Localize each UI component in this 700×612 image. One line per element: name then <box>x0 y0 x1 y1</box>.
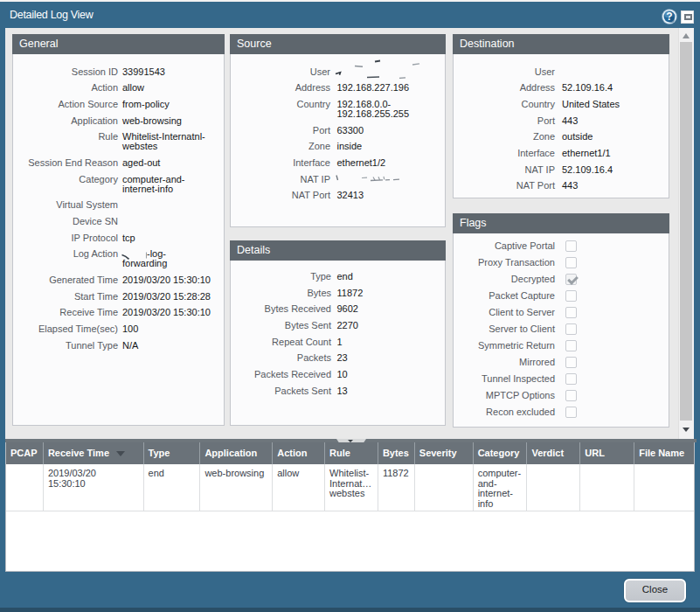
svg-text:?: ? <box>666 10 672 23</box>
